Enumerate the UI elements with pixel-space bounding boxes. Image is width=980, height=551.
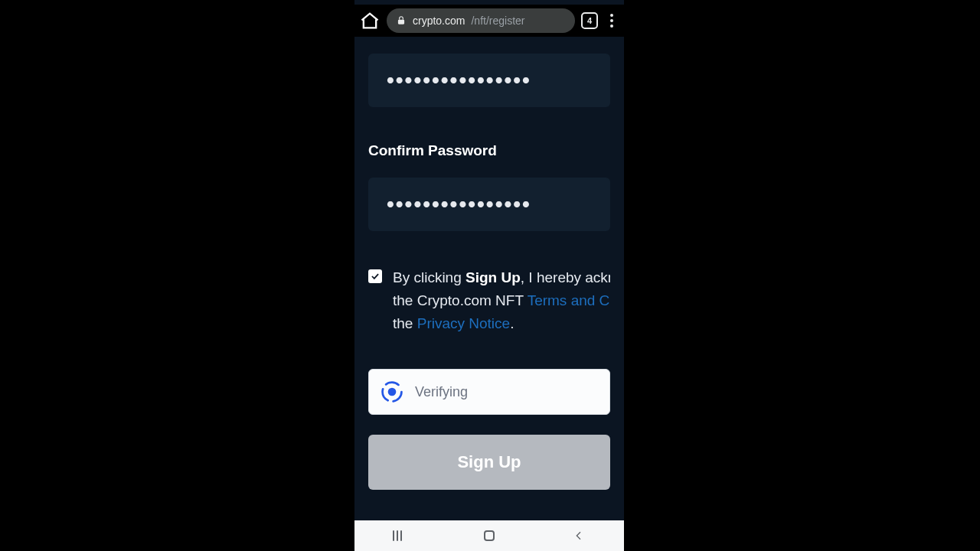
browser-chrome-bar: crypto.com/nft/register 4 xyxy=(354,5,624,37)
svg-point-2 xyxy=(388,388,397,396)
signup-button[interactable]: Sign Up xyxy=(368,435,610,490)
password-field[interactable]: •••••••••••••••• xyxy=(368,54,610,107)
confirm-password-value: •••••••••••••••• xyxy=(387,194,531,215)
address-bar-path: /nft/register xyxy=(471,15,524,27)
terms-link[interactable]: Terms and Conditions xyxy=(528,292,610,308)
tabs-button[interactable]: 4 xyxy=(581,12,598,29)
consent-line2-pre: the Crypto.com NFT xyxy=(393,292,528,308)
home-icon[interactable] xyxy=(359,10,381,31)
captcha-spinner-icon xyxy=(380,380,404,404)
address-bar-host: crypto.com xyxy=(413,15,465,27)
android-nav-bar xyxy=(354,520,624,551)
privacy-link[interactable]: Privacy Notice xyxy=(417,315,510,331)
confirm-password-label: Confirm Password xyxy=(368,142,610,159)
consent-text: By clicking Sign Up, I hereby acknowledg… xyxy=(393,266,610,335)
nav-back[interactable] xyxy=(556,530,602,542)
tabs-count: 4 xyxy=(587,16,592,25)
consent-strong: Sign Up xyxy=(466,269,521,285)
captcha-status: Verifying xyxy=(415,384,468,400)
nav-recent-apps[interactable] xyxy=(377,530,423,541)
phone-viewport: crypto.com/nft/register 4 ••••••••••••••… xyxy=(354,0,624,551)
stage: crypto.com/nft/register 4 ••••••••••••••… xyxy=(0,0,980,551)
consent-pre: By clicking xyxy=(393,269,466,285)
consent-line3-pre: the xyxy=(393,315,417,331)
lock-icon xyxy=(396,15,407,26)
consent-checkbox[interactable] xyxy=(368,269,382,283)
register-page: •••••••••••••••• Confirm Password ••••••… xyxy=(354,37,624,520)
svg-rect-0 xyxy=(398,20,404,24)
address-bar[interactable]: crypto.com/nft/register xyxy=(387,8,575,33)
consent-line1-tail: , I hereby acknowledge xyxy=(521,269,610,285)
nav-home[interactable] xyxy=(466,530,512,541)
overflow-menu-icon[interactable] xyxy=(604,10,619,31)
captcha-widget[interactable]: Verifying xyxy=(368,369,610,415)
signup-button-label: Sign Up xyxy=(457,452,521,472)
consent-period: . xyxy=(510,315,514,331)
password-value: •••••••••••••••• xyxy=(387,70,531,91)
confirm-password-field[interactable]: •••••••••••••••• xyxy=(368,178,610,231)
